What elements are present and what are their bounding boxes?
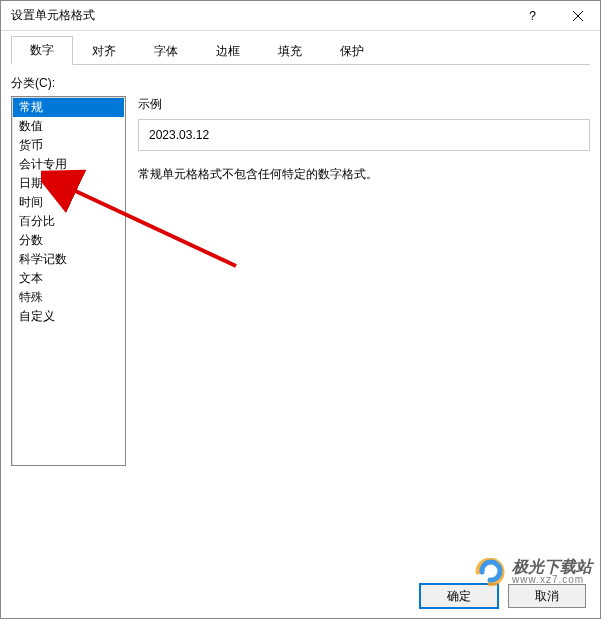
tab-number[interactable]: 数字 (11, 36, 73, 65)
cancel-button[interactable]: 取消 (508, 584, 586, 608)
close-button[interactable] (555, 1, 600, 30)
list-item[interactable]: 文本 (13, 269, 124, 288)
category-label: 分类(C): (11, 75, 590, 92)
number-pane: 分类(C): 常规 数值 货币 会计专用 日期 时间 百分比 分数 科学记数 文… (11, 65, 590, 578)
list-item[interactable]: 日期 (13, 174, 124, 193)
list-item[interactable]: 分数 (13, 231, 124, 250)
list-item[interactable]: 科学记数 (13, 250, 124, 269)
help-button[interactable]: ? (510, 1, 555, 30)
sample-value: 2023.03.12 (149, 128, 209, 142)
tab-font[interactable]: 字体 (135, 37, 197, 65)
list-item[interactable]: 数值 (13, 117, 124, 136)
format-description: 常规单元格格式不包含任何特定的数字格式。 (138, 165, 590, 183)
list-item[interactable]: 百分比 (13, 212, 124, 231)
list-item[interactable]: 常规 (13, 98, 124, 117)
titlebar: 设置单元格格式 ? (1, 1, 600, 31)
list-item[interactable]: 自定义 (13, 307, 124, 326)
list-item[interactable]: 特殊 (13, 288, 124, 307)
sample-label: 示例 (138, 96, 590, 113)
help-icon: ? (529, 9, 536, 23)
format-cells-dialog: 设置单元格格式 ? 数字 对齐 字体 边框 填充 保护 分类(C): 常规 数值 (0, 0, 601, 619)
dialog-content: 数字 对齐 字体 边框 填充 保护 分类(C): 常规 数值 货币 会计专用 日… (1, 31, 600, 618)
tab-fill[interactable]: 填充 (259, 37, 321, 65)
dialog-footer: 确定 取消 (11, 578, 590, 612)
category-listbox[interactable]: 常规 数值 货币 会计专用 日期 时间 百分比 分数 科学记数 文本 特殊 自定… (11, 96, 126, 466)
tab-bar: 数字 对齐 字体 边框 填充 保护 (11, 39, 590, 65)
ok-button[interactable]: 确定 (420, 584, 498, 608)
list-item[interactable]: 货币 (13, 136, 124, 155)
tab-border[interactable]: 边框 (197, 37, 259, 65)
close-icon (572, 10, 584, 22)
tab-protection[interactable]: 保护 (321, 37, 383, 65)
list-item[interactable]: 会计专用 (13, 155, 124, 174)
main-row: 常规 数值 货币 会计专用 日期 时间 百分比 分数 科学记数 文本 特殊 自定… (11, 96, 590, 466)
sample-box: 2023.03.12 (138, 119, 590, 151)
list-item[interactable]: 时间 (13, 193, 124, 212)
right-column: 示例 2023.03.12 常规单元格格式不包含任何特定的数字格式。 (138, 96, 590, 466)
dialog-title: 设置单元格格式 (11, 7, 510, 24)
tab-alignment[interactable]: 对齐 (73, 37, 135, 65)
